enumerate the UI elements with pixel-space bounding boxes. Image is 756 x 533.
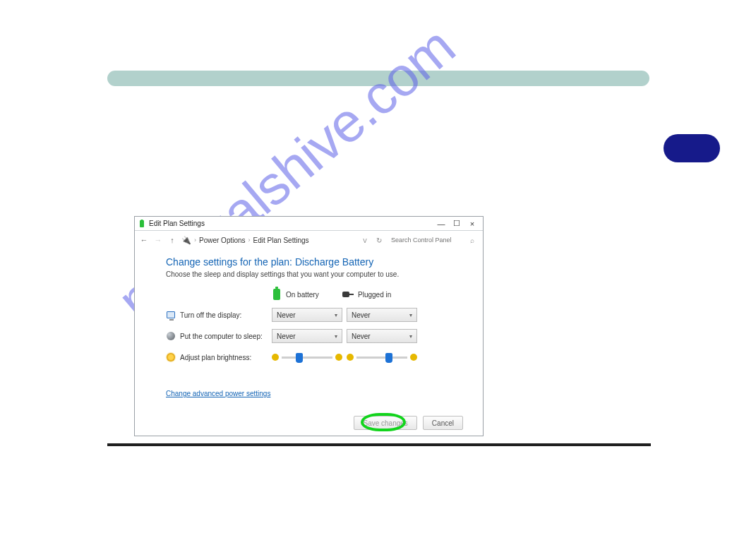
chevron-right-icon: ›: [248, 236, 251, 244]
side-pill: [664, 134, 720, 162]
breadcrumb-segment[interactable]: Edit Plan Settings: [253, 236, 309, 244]
forward-button[interactable]: →: [153, 235, 163, 245]
save-button[interactable]: Save changes: [354, 416, 416, 430]
sun-dim-icon: [272, 354, 279, 361]
slider-thumb[interactable]: [385, 353, 392, 363]
svg-rect-0: [140, 220, 144, 227]
address-bar: ← → ↑ 🔌 › Power Options › Edit Plan Sett…: [135, 231, 483, 249]
slider-thumb[interactable]: [296, 353, 303, 363]
sleep-battery-select[interactable]: Never ▾: [272, 329, 342, 343]
breadcrumb[interactable]: 🔌 › Power Options › Edit Plan Settings: [181, 236, 356, 245]
sleep-label: Put the computer to sleep:: [166, 331, 272, 341]
refresh-button[interactable]: ↻: [374, 235, 384, 245]
chevron-down-icon: ▾: [409, 312, 412, 318]
page-subtext: Choose the sleep and display settings th…: [166, 270, 452, 278]
window-title: Edit Plan Settings: [149, 220, 205, 227]
on-battery-label: On battery: [286, 291, 319, 299]
sleep-row: Put the computer to sleep: Never ▾ Never…: [166, 329, 452, 343]
svg-rect-1: [141, 220, 143, 221]
window-content: Change settings for the plan: Discharge …: [135, 249, 483, 403]
sun-dim-icon: [347, 354, 354, 361]
brightness-row: Adjust plan brightness:: [166, 350, 452, 364]
minimize-button[interactable]: —: [433, 217, 449, 230]
cancel-button[interactable]: Cancel: [423, 416, 463, 430]
up-button[interactable]: ↑: [167, 235, 177, 245]
monitor-icon: [166, 310, 176, 320]
window-titlebar: Edit Plan Settings — ☐ ×: [135, 217, 483, 231]
page-header-bar: [107, 71, 649, 86]
display-row: Turn off the display: Never ▾ Never ▾: [166, 308, 452, 322]
search-box[interactable]: [388, 234, 466, 246]
brightness-plugged-slider[interactable]: [347, 350, 417, 364]
bottom-divider: [107, 443, 651, 446]
chevron-down-icon: ▾: [335, 312, 337, 318]
sleep-plugged-select[interactable]: Never ▾: [347, 329, 417, 343]
close-button[interactable]: ×: [464, 217, 480, 230]
chevron-right-icon: ›: [194, 236, 196, 244]
breadcrumb-segment[interactable]: Power Options: [199, 236, 246, 244]
display-battery-select[interactable]: Never ▾: [272, 308, 342, 322]
sun-bright-icon: [410, 354, 417, 361]
brightness-battery-slider[interactable]: [272, 350, 342, 364]
window-footer: Save changes Cancel: [354, 416, 463, 430]
breadcrumb-dropdown[interactable]: v: [360, 235, 370, 245]
back-button[interactable]: ←: [139, 235, 149, 245]
plug-icon: [342, 291, 354, 298]
sun-bright-icon: [335, 354, 342, 361]
on-battery-header: On battery: [272, 288, 342, 301]
chevron-down-icon: ▾: [335, 333, 337, 340]
maximize-button[interactable]: ☐: [449, 217, 464, 230]
chevron-down-icon: ▾: [409, 333, 412, 340]
battery-icon: [272, 288, 282, 301]
plugged-in-label: Plugged in: [358, 291, 391, 299]
brightness-label: Adjust plan brightness:: [166, 352, 272, 362]
control-panel-icon: 🔌: [181, 236, 191, 245]
moon-icon: [166, 331, 176, 341]
advanced-settings-link[interactable]: Change advanced power settings: [166, 390, 270, 397]
search-input[interactable]: [391, 236, 463, 244]
edit-plan-window: Edit Plan Settings — ☐ × ← → ↑ 🔌 › Power…: [134, 216, 484, 436]
display-label: Turn off the display:: [166, 310, 272, 320]
column-headers: On battery Plugged in: [272, 288, 452, 301]
power-options-icon: [138, 220, 146, 228]
search-icon[interactable]: ⌕: [470, 236, 479, 244]
display-plugged-select[interactable]: Never ▾: [347, 308, 417, 322]
sun-icon: [166, 352, 176, 362]
page-heading: Change settings for the plan: Discharge …: [166, 256, 452, 268]
plugged-in-header: Plugged in: [342, 291, 420, 299]
